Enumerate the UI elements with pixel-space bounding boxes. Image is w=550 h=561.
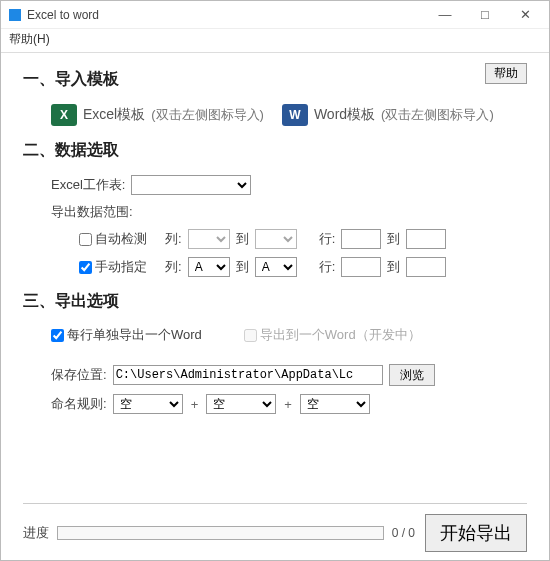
sheet-select[interactable] xyxy=(131,175,251,195)
manual-row: 手动指定 列: A 到 A 行: 到 xyxy=(23,257,527,277)
auto-row-label: 行: xyxy=(319,230,336,248)
body: 一、导入模板 帮助 X Excel模板 (双击左侧图标导入) W Word模板 … xyxy=(1,53,549,560)
single-word-label: 导出到一个Word（开发中） xyxy=(260,326,421,344)
man-col-to-label: 到 xyxy=(236,258,249,276)
progress-bar xyxy=(57,526,384,540)
progress-label: 进度 xyxy=(23,524,49,542)
name-rule-label: 命名规则: xyxy=(51,395,107,413)
section1-title: 一、导入模板 xyxy=(23,69,119,90)
name-rule-3[interactable]: 空 xyxy=(300,394,370,414)
sheet-label: Excel工作表: xyxy=(51,176,125,194)
auto-row-to-label: 到 xyxy=(387,230,400,248)
auto-row: 自动检测 列: 到 行: 到 xyxy=(23,229,527,249)
progress-text: 0 / 0 xyxy=(392,526,415,540)
each-row-label: 每行单独导出一个Word xyxy=(67,326,202,344)
app-window: Excel to word — □ ✕ 帮助(H) 一、导入模板 帮助 X Ex… xyxy=(0,0,550,561)
man-row-to-label: 到 xyxy=(387,258,400,276)
menu-help[interactable]: 帮助(H) xyxy=(9,32,50,46)
auto-detect-label: 自动检测 xyxy=(95,230,147,248)
titlebar: Excel to word — □ ✕ xyxy=(1,1,549,29)
browse-button[interactable]: 浏览 xyxy=(389,364,435,386)
word-icon[interactable]: W xyxy=(282,104,308,126)
start-export-button[interactable]: 开始导出 xyxy=(425,514,527,552)
window-title: Excel to word xyxy=(27,8,425,22)
excel-template-label: Excel模板 xyxy=(83,106,145,124)
man-row-to[interactable] xyxy=(406,257,446,277)
name-rule-1[interactable]: 空 xyxy=(113,394,183,414)
word-template-hint: (双击左侧图标导入) xyxy=(381,106,494,124)
save-location-label: 保存位置: xyxy=(51,366,107,384)
auto-detect-checkbox[interactable] xyxy=(79,233,92,246)
single-word-option: 导出到一个Word（开发中） xyxy=(244,326,421,344)
manual-option[interactable]: 手动指定 xyxy=(79,258,147,276)
range-label: 导出数据范围: xyxy=(51,203,133,221)
excel-template-hint: (双击左侧图标导入) xyxy=(151,106,264,124)
auto-detect-option[interactable]: 自动检测 xyxy=(79,230,147,248)
app-icon xyxy=(9,9,21,21)
word-template-label: Word模板 xyxy=(314,106,375,124)
maximize-button[interactable]: □ xyxy=(465,2,505,28)
name-rule-2[interactable]: 空 xyxy=(206,394,276,414)
close-button[interactable]: ✕ xyxy=(505,2,545,28)
footer: 进度 0 / 0 开始导出 xyxy=(23,503,527,552)
single-word-checkbox xyxy=(244,329,257,342)
each-row-checkbox[interactable] xyxy=(51,329,64,342)
man-col-from[interactable]: A xyxy=(188,257,230,277)
excel-icon[interactable]: X xyxy=(51,104,77,126)
help-button[interactable]: 帮助 xyxy=(485,63,527,84)
man-col-to[interactable]: A xyxy=(255,257,297,277)
auto-col-to[interactable] xyxy=(255,229,297,249)
manual-checkbox[interactable] xyxy=(79,261,92,274)
menubar: 帮助(H) xyxy=(1,29,549,53)
section2-title: 二、数据选取 xyxy=(23,140,527,161)
auto-row-from[interactable] xyxy=(341,229,381,249)
section3-title: 三、导出选项 xyxy=(23,291,527,312)
save-location-field[interactable] xyxy=(113,365,383,385)
window-controls: — □ ✕ xyxy=(425,2,545,28)
man-row-label: 行: xyxy=(319,258,336,276)
each-row-option[interactable]: 每行单独导出一个Word xyxy=(51,326,202,344)
auto-row-to[interactable] xyxy=(406,229,446,249)
man-col-label: 列: xyxy=(165,258,182,276)
man-row-from[interactable] xyxy=(341,257,381,277)
plus-2: + xyxy=(282,397,294,412)
minimize-button[interactable]: — xyxy=(425,2,465,28)
manual-label: 手动指定 xyxy=(95,258,147,276)
template-row: X Excel模板 (双击左侧图标导入) W Word模板 (双击左侧图标导入) xyxy=(23,104,527,126)
auto-col-label: 列: xyxy=(165,230,182,248)
auto-col-from[interactable] xyxy=(188,229,230,249)
auto-col-to-label: 到 xyxy=(236,230,249,248)
plus-1: + xyxy=(189,397,201,412)
